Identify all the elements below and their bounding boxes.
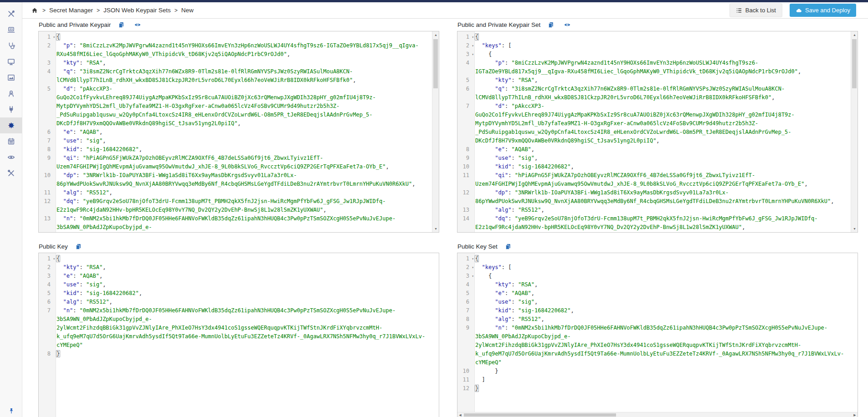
- sidebar-item-laptop-code-icon[interactable]: [0, 22, 22, 38]
- sidebar-item-area-chart-icon[interactable]: [0, 70, 22, 86]
- fold-arrow[interactable]: ▾: [472, 50, 474, 59]
- code-line[interactable]: 8 "alg": "RS512",: [457, 315, 858, 324]
- save-and-deploy-button[interactable]: Save and Deploy: [790, 4, 856, 17]
- pin-icon[interactable]: [0, 407, 22, 414]
- code-line[interactable]: 1▾{: [39, 33, 439, 41]
- json-editor-public-key-set[interactable]: 1▾{2▾ "keys": [3▾ {4 "kty": "RSA",5 "e":…: [457, 253, 858, 417]
- code-line[interactable]: 13 "alg": "RS512",: [457, 206, 858, 214]
- vertical-scrollbar[interactable]: ▲ ▼: [432, 31, 439, 232]
- scroll-thumb[interactable]: [464, 413, 616, 417]
- code-line[interactable]: 3▾ {: [457, 50, 858, 59]
- code-line[interactable]: 2 "p": "8miCzzLzvK2MpJWVPgrwN4zaznd1t45n…: [39, 41, 439, 59]
- copy-icon[interactable]: [118, 21, 124, 28]
- code-line[interactable]: 9 "n": "0mNM2x5bi1hkMb7fDrDQ0JF05HHe6FAH…: [457, 324, 858, 367]
- code-area[interactable]: 1▾{2▾ "keys": [3▾ {4 "kty": "RSA",5 "e":…: [457, 253, 858, 393]
- sidebar-item-eye-icon[interactable]: [0, 149, 22, 165]
- code-line[interactable]: 11 "alg": "RS512",: [39, 188, 439, 197]
- code-line[interactable]: 11 "qi": "hPiAGPnG5FjWUkZA7pOzhOBEyvzRlM…: [457, 171, 858, 188]
- code-line[interactable]: 1▾{: [457, 254, 858, 263]
- scroll-down-arrow[interactable]: ▼: [851, 225, 858, 232]
- json-editor-keypair[interactable]: 1▾{2 "p": "8miCzzLzvK2MpJWVPgrwN4zaznd1t…: [38, 31, 439, 233]
- json-editor-keypair-set[interactable]: 1▾{2▾ "keys": [3▾ {4 "p": "8miCzzLzvK2Mp…: [457, 31, 858, 233]
- code-area[interactable]: 1▾{2 "p": "8miCzzLzvK2MpJWVPgrwN4zaznd1t…: [39, 31, 439, 233]
- code-line[interactable]: 12}: [457, 384, 858, 393]
- copy-icon[interactable]: [505, 243, 511, 250]
- sidebar-item-stethoscope-icon[interactable]: [0, 38, 22, 54]
- code-line[interactable]: 9 "use": "sig",: [457, 154, 858, 163]
- sidebar-item-user-secret-icon[interactable]: [0, 86, 22, 102]
- code-line[interactable]: 2▾ "keys": [: [457, 41, 858, 50]
- code-line[interactable]: 12 "dq": "yeB9Grqv2eSoU78njOfoT3drU-Fcmm…: [39, 197, 439, 214]
- code-line[interactable]: 2 "kty": "RSA",: [39, 263, 439, 272]
- scroll-up-arrow[interactable]: ▲: [432, 31, 439, 38]
- code-line[interactable]: 4 "kty": "RSA",: [457, 280, 858, 289]
- scroll-right-arrow[interactable]: ▶: [852, 412, 858, 417]
- code-line[interactable]: 4 "q": "3i8smZ2NcrCgTrktcA3qzXih77n6WZx8…: [39, 67, 439, 85]
- code-line[interactable]: 1▾{: [39, 254, 439, 263]
- eye-icon[interactable]: [564, 21, 570, 28]
- sidebar-item-design-tools-icon[interactable]: [0, 6, 22, 22]
- sidebar-item-bahai-star-icon[interactable]: ✸: [0, 117, 22, 133]
- copy-icon[interactable]: [548, 21, 554, 28]
- code-line[interactable]: 8 "e": "AQAB",: [457, 145, 858, 154]
- code-line[interactable]: 4 "p": "8miCzzLzvK2MpJWVPgrwN4zaznd1t45n…: [457, 59, 858, 76]
- breadcrumb-json-web-keypair-sets[interactable]: JSON Web Keypair Sets: [103, 7, 171, 14]
- code-line[interactable]: 14 "dq": "yeB9Grqv2eSoU78njOfoT3drU-Fcmm…: [457, 214, 858, 232]
- eye-icon[interactable]: [134, 21, 141, 28]
- code-line[interactable]: 10 "dp": "3NRWrlk1b-IOaPUYA3BFi-WWg1aSd8…: [39, 171, 439, 188]
- code-line[interactable]: 3▾ {: [457, 272, 858, 280]
- fold-arrow[interactable]: ▾: [472, 272, 474, 280]
- code-line[interactable]: 8 "kid": "sig-1684220682",: [39, 145, 439, 154]
- fold-arrow[interactable]: ▾: [472, 33, 474, 41]
- panel-public-private-keypair-set: Public and Private Keypair Set 1▾{2▾ "ke…: [457, 19, 858, 233]
- code-line[interactable]: 11 ]: [457, 376, 858, 384]
- code-line[interactable]: 5 "kid": "sig-1684220682",: [39, 289, 439, 298]
- code-line[interactable]: 12 "dp": "3NRWrlk1b-IOaPUYA3BFi-WWg1aSd8…: [457, 188, 858, 206]
- code-line[interactable]: 8}: [39, 350, 439, 358]
- vertical-scrollbar[interactable]: ▲ ▼: [851, 31, 858, 232]
- code-line[interactable]: 3 "kty": "RSA",: [39, 59, 439, 67]
- sidebar-item-tools-icon[interactable]: [0, 165, 22, 181]
- fold-arrow[interactable]: ▾: [472, 254, 474, 263]
- code-line[interactable]: 7 "n": "0mNM2x5bi1hkMb7fDrDQ0JF05HHe6FAH…: [39, 306, 439, 350]
- code-area[interactable]: 1▾{2▾ "keys": [3▾ {4 "p": "8miCzzLzvK2Mp…: [457, 31, 858, 232]
- code-line[interactable]: 7 "kid": "sig-1684220682",: [457, 306, 858, 315]
- home-icon[interactable]: [31, 7, 38, 14]
- code-line[interactable]: 1▾{: [457, 33, 858, 41]
- fold-arrow[interactable]: ▾: [472, 41, 474, 50]
- code-line[interactable]: 6 "e": "AQAB",: [39, 128, 439, 137]
- code-line[interactable]: 10 }: [457, 367, 858, 376]
- back-to-list-button[interactable]: Back to List: [729, 3, 782, 17]
- code-line[interactable]: 5 "kty": "RSA",: [457, 76, 858, 85]
- code-line[interactable]: 3 "e": "AQAB",: [39, 272, 439, 280]
- code-line[interactable]: 6 "use": "sig",: [457, 298, 858, 306]
- scroll-down-arrow[interactable]: ▼: [432, 225, 439, 232]
- code-line[interactable]: 10 "kid": "sig-1684220682",: [457, 163, 858, 171]
- code-line[interactable]: 4 "use": "sig",: [39, 280, 439, 289]
- code-line[interactable]: 2▾ "keys": [: [457, 263, 858, 272]
- fold-arrow[interactable]: ▾: [53, 33, 55, 41]
- code-line[interactable]: 5 "d": "pAkccXP3-GuQo2Co1fFyvkvLEhreq89J…: [39, 85, 439, 128]
- code-line[interactable]: 6 "q": "3i8smZ2NcrCgTrktcA3qzXih77n6WZx8…: [457, 85, 858, 102]
- code-line[interactable]: 13 "n": "0mNM2x5bi1hkMb7fDrDQ0JF05HHe6FA…: [39, 214, 439, 233]
- breadcrumb-secret-manager[interactable]: Secret Manager: [49, 7, 93, 14]
- code-line[interactable]: 5 "e": "AQAB",: [457, 289, 858, 298]
- horizontal-scrollbar[interactable]: ◀ ▶: [457, 412, 858, 417]
- sidebar-item-plug-icon[interactable]: [0, 102, 22, 117]
- scroll-thumb[interactable]: [852, 39, 857, 88]
- scroll-up-arrow[interactable]: ▲: [851, 31, 858, 38]
- sidebar-item-calendar-icon[interactable]: [0, 133, 22, 149]
- scroll-left-arrow[interactable]: ◀: [457, 412, 463, 417]
- line-number: 4: [39, 67, 56, 76]
- copy-icon[interactable]: [75, 243, 82, 250]
- fold-arrow[interactable]: ▾: [472, 263, 474, 272]
- code-line[interactable]: 7 "d": "pAkccXP3-GuQo2Co1fFyvkvLEhreq89J…: [457, 102, 858, 145]
- code-area[interactable]: 1▾{2 "kty": "RSA",3 "e": "AQAB",4 "use":…: [39, 253, 439, 358]
- json-editor-public-key[interactable]: 1▾{2 "kty": "RSA",3 "e": "AQAB",4 "use":…: [38, 253, 439, 417]
- code-line[interactable]: 7 "use": "sig",: [39, 137, 439, 145]
- scroll-thumb[interactable]: [433, 39, 438, 88]
- code-line[interactable]: 6 "alg": "RS512",: [39, 298, 439, 306]
- sidebar-item-monitor-icon[interactable]: [0, 54, 22, 70]
- code-line[interactable]: 9 "qi": "hPiAGPnG5FjWUkZA7pOzhOBEyvzRlMC…: [39, 154, 439, 171]
- fold-arrow[interactable]: ▾: [53, 254, 55, 263]
